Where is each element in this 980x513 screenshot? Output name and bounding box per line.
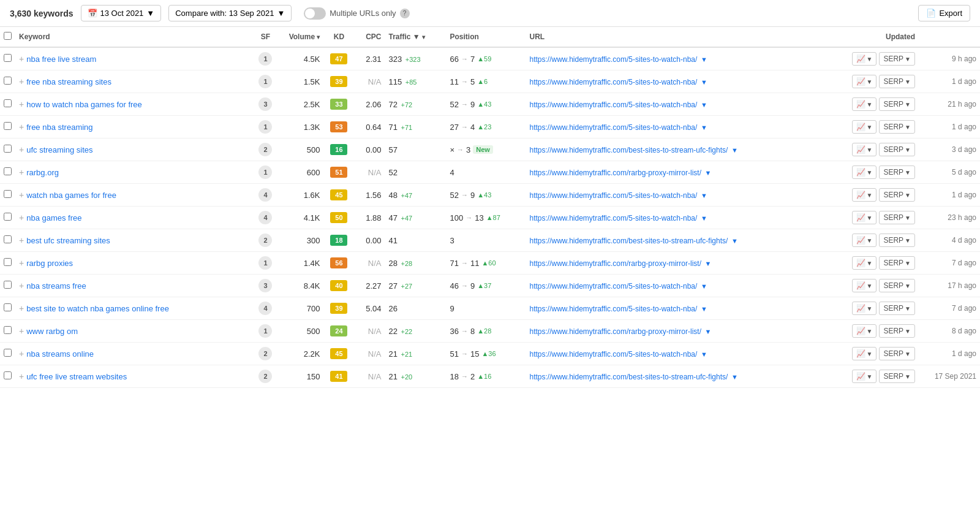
url-link[interactable]: https://www.hidemytraffic.com/5-sites-to… <box>529 191 697 200</box>
expand-button[interactable]: + <box>19 122 24 132</box>
keyword-link[interactable]: rarbg.org <box>26 168 59 177</box>
url-link[interactable]: https://www.hidemytraffic.com/best-sites… <box>529 237 728 245</box>
row-checkbox[interactable] <box>4 281 12 289</box>
col-header-volume[interactable]: Volume <box>281 27 323 47</box>
chart-button[interactable]: 📈 ▼ <box>852 370 877 383</box>
keyword-link[interactable]: nba streams online <box>26 349 94 359</box>
keyword-link[interactable]: rarbg proxies <box>26 259 73 268</box>
serp-button[interactable]: SERP ▼ <box>879 97 915 111</box>
row-checkbox[interactable] <box>4 258 12 266</box>
expand-button[interactable]: + <box>19 190 24 200</box>
url-dropdown-icon[interactable]: ▼ <box>701 283 707 290</box>
url-dropdown-icon[interactable]: ▼ <box>731 373 738 381</box>
chart-button[interactable]: 📈 ▼ <box>852 188 877 202</box>
url-dropdown-icon[interactable]: ▼ <box>701 215 707 222</box>
expand-button[interactable]: + <box>19 258 24 268</box>
url-link[interactable]: https://www.hidemytraffic.com/best-sites… <box>529 146 728 154</box>
url-link[interactable]: https://www.hidemytraffic.com/5-sites-to… <box>529 305 697 313</box>
chart-button[interactable]: 📈 ▼ <box>852 302 877 315</box>
date-button[interactable]: 📅 13 Oct 2021 ▼ <box>81 5 162 21</box>
keyword-link[interactable]: www rarbg om <box>26 327 78 336</box>
serp-button[interactable]: SERP ▼ <box>879 188 915 202</box>
url-dropdown-icon[interactable]: ▼ <box>731 146 738 154</box>
serp-button[interactable]: SERP ▼ <box>879 75 915 88</box>
url-link[interactable]: https://www.hidemytraffic.com/best-sites… <box>529 373 728 381</box>
select-all-checkbox[interactable] <box>4 32 12 40</box>
keyword-link[interactable]: nba free live stream <box>26 55 96 64</box>
chart-button[interactable]: 📈 ▼ <box>852 52 877 66</box>
chart-button[interactable]: 📈 ▼ <box>852 234 877 247</box>
url-dropdown-icon[interactable]: ▼ <box>701 101 707 108</box>
url-link[interactable]: https://www.hidemytraffic.com/5-sites-to… <box>529 350 697 359</box>
keyword-link[interactable]: ufc streaming sites <box>26 145 92 154</box>
chart-button[interactable]: 📈 ▼ <box>852 120 877 134</box>
url-dropdown-icon[interactable]: ▼ <box>701 56 707 63</box>
row-checkbox[interactable] <box>4 122 12 130</box>
url-dropdown-icon[interactable]: ▼ <box>731 237 738 245</box>
row-checkbox[interactable] <box>4 371 12 379</box>
serp-button[interactable]: SERP ▼ <box>879 324 915 338</box>
url-link[interactable]: https://www.hidemytraffic.com/5-sites-to… <box>529 78 697 86</box>
url-link[interactable]: https://www.hidemytraffic.com/rarbg-prox… <box>529 169 701 177</box>
keyword-link[interactable]: nba games free <box>26 213 81 222</box>
expand-button[interactable]: + <box>19 235 24 245</box>
chart-button[interactable]: 📈 ▼ <box>852 143 877 156</box>
chart-button[interactable]: 📈 ▼ <box>852 324 877 338</box>
url-dropdown-icon[interactable]: ▼ <box>701 351 707 358</box>
url-link[interactable]: https://www.hidemytraffic.com/rarbg-prox… <box>529 259 701 268</box>
chart-button[interactable]: 📈 ▼ <box>852 347 877 360</box>
keyword-link[interactable]: best site to watch nba games online free <box>26 304 169 313</box>
serp-button[interactable]: SERP ▼ <box>879 143 915 156</box>
serp-button[interactable]: SERP ▼ <box>879 165 915 179</box>
url-dropdown-icon[interactable]: ▼ <box>701 78 707 86</box>
keyword-link[interactable]: watch nba games for free <box>26 191 116 200</box>
url-link[interactable]: https://www.hidemytraffic.com/5-sites-to… <box>529 101 697 109</box>
serp-button[interactable]: SERP ▼ <box>879 256 915 270</box>
chart-button[interactable]: 📈 ▼ <box>852 97 877 111</box>
row-checkbox[interactable] <box>4 303 12 311</box>
row-checkbox[interactable] <box>4 326 12 334</box>
url-link[interactable]: https://www.hidemytraffic.com/5-sites-to… <box>529 123 697 132</box>
url-dropdown-icon[interactable]: ▼ <box>705 169 712 177</box>
serp-button[interactable]: SERP ▼ <box>879 370 915 383</box>
chart-button[interactable]: 📈 ▼ <box>852 211 877 224</box>
help-icon[interactable]: ? <box>400 9 410 18</box>
expand-button[interactable]: + <box>19 349 24 359</box>
keyword-link[interactable]: ufc free live stream websites <box>26 372 127 381</box>
serp-button[interactable]: SERP ▼ <box>879 211 915 224</box>
url-link[interactable]: https://www.hidemytraffic.com/5-sites-to… <box>529 214 697 222</box>
multiple-urls-toggle[interactable] <box>304 7 326 20</box>
serp-button[interactable]: SERP ▼ <box>879 279 915 292</box>
row-checkbox[interactable] <box>4 54 12 62</box>
keyword-link[interactable]: how to watch nba games for free <box>26 100 142 109</box>
row-checkbox[interactable] <box>4 213 12 221</box>
row-checkbox[interactable] <box>4 145 12 153</box>
url-dropdown-icon[interactable]: ▼ <box>705 260 712 267</box>
url-dropdown-icon[interactable]: ▼ <box>701 124 707 131</box>
row-checkbox[interactable] <box>4 167 12 175</box>
chart-button[interactable]: 📈 ▼ <box>852 75 877 88</box>
compare-button[interactable]: Compare with: 13 Sep 2021 ▼ <box>168 5 292 21</box>
expand-button[interactable]: + <box>19 99 24 109</box>
url-dropdown-icon[interactable]: ▼ <box>701 192 707 199</box>
expand-button[interactable]: + <box>19 145 24 154</box>
url-link[interactable]: https://www.hidemytraffic.com/5-sites-to… <box>529 282 697 291</box>
expand-button[interactable]: + <box>19 167 24 177</box>
url-link[interactable]: https://www.hidemytraffic.com/rarbg-prox… <box>529 327 701 336</box>
col-header-traffic[interactable]: Traffic ▼ <box>385 27 446 47</box>
row-checkbox[interactable] <box>4 77 12 85</box>
keyword-link[interactable]: free nba streaming sites <box>26 77 111 86</box>
url-dropdown-icon[interactable]: ▼ <box>701 305 707 313</box>
row-checkbox[interactable] <box>4 190 12 198</box>
expand-button[interactable]: + <box>19 303 24 313</box>
keyword-link[interactable]: best ufc streaming sites <box>26 236 110 245</box>
chart-button[interactable]: 📈 ▼ <box>852 165 877 179</box>
serp-button[interactable]: SERP ▼ <box>879 302 915 315</box>
serp-button[interactable]: SERP ▼ <box>879 52 915 66</box>
serp-button[interactable]: SERP ▼ <box>879 120 915 134</box>
chart-button[interactable]: 📈 ▼ <box>852 279 877 292</box>
serp-button[interactable]: SERP ▼ <box>879 347 915 360</box>
expand-button[interactable]: + <box>19 281 24 291</box>
expand-button[interactable]: + <box>19 54 24 64</box>
url-dropdown-icon[interactable]: ▼ <box>705 328 712 335</box>
